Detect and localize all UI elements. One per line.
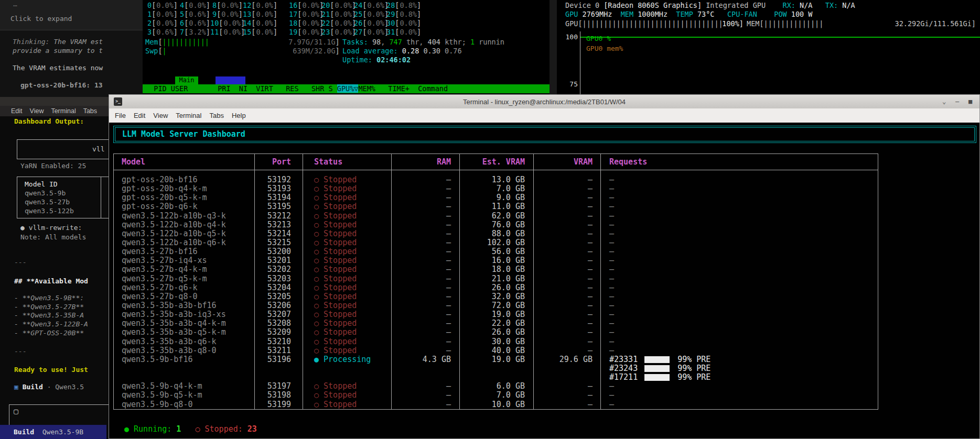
requests-cell: – [600,346,878,355]
sort-column-gpu[interactable]: GPU%▽ [337,84,359,93]
terminal-content: LLM Model Server Dashboard ModelPortStat… [109,123,979,438]
status-cell: ○ Stopped [303,202,391,211]
text-segment: 02:46:02 [376,56,411,64]
graph-y-axis [580,31,580,94]
text-segment: 32.292Gi/111.561Gi] [895,19,976,28]
menu-item-edit[interactable]: Edit [11,107,23,115]
htop-tab-main[interactable]: Main [175,76,198,84]
build-action-button[interactable]: Build Qwen3.5-9B [0,425,106,439]
text-segment: provide a summary to t [13,47,103,54]
menu-item-help[interactable]: Help [232,112,246,119]
status-label: Stopped [324,382,357,391]
port-number: 53196 [254,355,303,382]
menu-item-file[interactable]: File [115,112,126,119]
table-row: qwen3.5-35b-a3b-q6-k53210○ Stopped–30.0 … [114,337,878,346]
status-label: Stopped [324,212,357,221]
column-separator [459,154,460,409]
model-name: qwen3.5-35b-a3b-q6-k [114,337,254,346]
status-label: Stopped [324,319,357,328]
model-id-row: qwen3.5-122b [25,206,74,215]
menu-item-view[interactable]: View [30,107,44,115]
menu-item-tabs[interactable]: Tabs [209,112,223,119]
text-segment: Uptime: [342,56,376,64]
est-vram-value: 16.0 GB [459,256,533,265]
htop-cpu-grid: 0[0.0%]4[0.0%]8[0.0%]12[0.0%]16[0.0%]20[… [145,1,419,37]
text-segment: Integrated GPU [702,1,782,9]
click-to-expand[interactable]: Click to expand [10,15,72,23]
htop-tab-io[interactable] [216,76,245,84]
build-suggestion-line[interactable]: ▣ Build · Qwen3.5 [14,382,84,391]
stopped-circle-icon: ○ [314,265,324,274]
minimize-button[interactable]: – [952,96,962,106]
port-number: 53215 [254,238,303,247]
port-number: 53208 [254,319,303,328]
status-label: Stopped [324,175,357,184]
ram-value: – [391,275,459,283]
menu-item-tabs[interactable]: Tabs [83,107,97,115]
main-menubar: FileEditViewTerminalTabsHelp [109,108,979,123]
port-number: 53194 [254,193,303,202]
stopped-circle-icon: ○ [314,301,324,310]
chat-avail-list: - **Qwen3.5-9B**:- **Qwen3.5-27B**- **Qw… [14,294,88,338]
status-cell: ○ Stopped [303,346,391,355]
est-vram-value: 7.0 GB [459,184,533,193]
text-segment: The VRAM est [53,38,103,46]
gpu-usage-bar: GPU[||||||||||||||||||||||||||||||||||||… [565,19,744,28]
cpu-core-meter: 27[0.0%] [354,28,386,37]
menu-item-view[interactable]: View [153,112,168,119]
status-label: Stopped [324,283,357,292]
htop-tasks-line: Tasks: 98, 747 thr, 404 kthr; 1 runnin [342,38,504,47]
cpu-core-meter: 20[0.0%] [321,1,354,10]
status-label: Stopped [324,193,357,202]
menu-item-terminal[interactable]: Terminal [176,112,201,119]
text-segment: TEMP [676,10,697,18]
status-cell: ○ Stopped [303,229,391,238]
vram-value: – [533,212,600,221]
request-progress-label: 99% PRE [677,355,710,364]
text-segment: [ [158,47,162,56]
model-name: qwen3.5-35b-a3b-q4-k-m [114,319,254,328]
build-action-label: Build Qwen3.5-9B [14,427,83,436]
checkbox-icon: ▢ [14,407,18,416]
port-number: 53209 [254,328,303,337]
vram-value: – [533,238,600,247]
model-name: qwen3.5-27b-bf16 [114,247,254,256]
shade-button[interactable]: ⌄ [939,96,949,106]
markdown-list-item: - **GPT-OSS-20B** [14,329,88,338]
htop-process-header: PID USER PRI NI VIRT RES SHR S GPU%▽MEM%… [143,84,550,93]
menu-item-edit[interactable]: Edit [134,112,145,119]
cpu-core-meter: 9[0.0%] [210,10,243,19]
est-vram-value: 32.0 GB [459,292,533,301]
port-number: 53204 [254,283,303,292]
est-vram-value: 22.0 GB [459,319,533,328]
ram-value: – [391,346,459,355]
window-titlebar[interactable]: >_ Terminal - linux_ryzen@archlinux:/med… [109,95,979,109]
text-segment: GPU [565,10,583,18]
est-vram-value: 19.0 GB [459,355,533,382]
chat-titlebar[interactable] [0,97,109,106]
status-label: Stopped [324,256,357,265]
est-vram-value: 11.0 GB [459,202,533,211]
dashboard-table: ModelPortStatusRAMEst. VRAMVRAMRequests … [113,153,878,410]
proc-header-right: MEM% TIME+ Command [358,84,448,93]
text-segment: 747 [389,38,402,46]
status-cell: ○ Stopped [303,337,391,346]
text-segment: Tasks: [342,38,372,46]
vram-value: – [533,337,600,346]
model-name: qwen3.5-122b-a10b-q6-k [114,238,254,247]
request-line: #1721199% PRE [609,373,878,382]
vram-value: – [533,310,600,319]
menu-item-terminal[interactable]: Terminal [51,107,76,115]
separator: --- [14,258,26,267]
ram-value: – [391,221,459,229]
column-header-model: Model [114,154,254,170]
cpu-core-meter: 4[0.0%] [178,1,210,10]
est-vram-value: 88.0 GB [459,229,533,238]
table-row: qwen3.5-35b-a3b-q8-053211○ Stopped–40.0 … [114,346,878,355]
vram-value: – [533,275,600,283]
port-number: 53197 [254,382,303,391]
port-number: 53193 [254,184,303,193]
stopped-circle-icon: ○ [314,212,324,221]
maximize-button[interactable]: ■ [965,96,975,106]
stopped-circle-icon: ○ [314,275,324,283]
